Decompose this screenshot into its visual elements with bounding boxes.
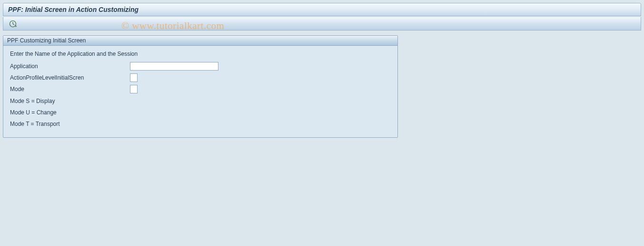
execute-clock-icon bbox=[9, 20, 17, 28]
help-line-3: Mode T = Transport bbox=[8, 119, 393, 129]
svg-marker-3 bbox=[15, 26, 17, 27]
input-application[interactable] bbox=[130, 62, 218, 71]
row-action-profile: ActionProfileLevelInitialScren bbox=[8, 72, 393, 83]
help-line-1: Mode S = Display bbox=[8, 96, 393, 106]
help-line-2: Mode U = Change bbox=[8, 108, 393, 117]
title-bar: PPF: Initial Screen in Action Customizin… bbox=[3, 3, 641, 16]
input-action-profile[interactable] bbox=[130, 73, 138, 82]
instruction-text: Enter the Name of the Application and th… bbox=[8, 51, 393, 57]
label-application: Application bbox=[8, 63, 130, 70]
label-mode: Mode bbox=[8, 86, 130, 92]
row-application: Application bbox=[8, 61, 393, 72]
input-mode[interactable] bbox=[130, 85, 138, 93]
panel-header: PPF Customizing Initial Screen bbox=[3, 36, 397, 46]
svg-line-2 bbox=[13, 24, 14, 25]
toolbar bbox=[3, 17, 641, 31]
panel-ppf-customizing: PPF Customizing Initial Screen Enter the… bbox=[3, 35, 398, 138]
panel-body: Enter the Name of the Application and th… bbox=[3, 46, 397, 137]
row-mode: Mode bbox=[8, 84, 393, 94]
label-action-profile: ActionProfileLevelInitialScren bbox=[8, 74, 130, 81]
execute-button[interactable] bbox=[8, 19, 18, 29]
page-title: PPF: Initial Screen in Action Customizin… bbox=[8, 6, 139, 13]
